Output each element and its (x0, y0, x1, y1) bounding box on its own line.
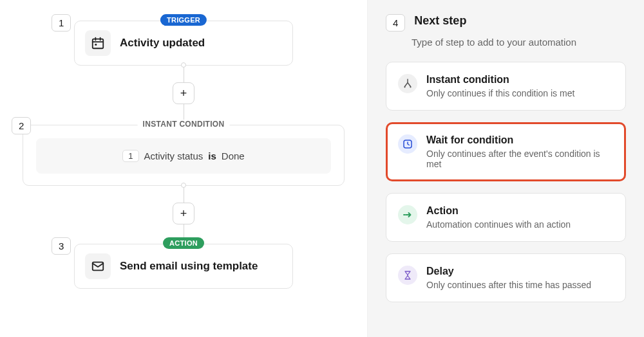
option-title: Action (426, 205, 614, 217)
panel-title: Next step (414, 14, 466, 28)
condition-rule[interactable]: 1 Activity status is Done (36, 138, 331, 174)
option-desc: Automation continues with an action (426, 219, 614, 230)
condition-operator: is (208, 150, 216, 161)
hourglass-icon (398, 266, 417, 285)
condition-index: 1 (122, 150, 138, 162)
option-desc: Only continues after this time has passe… (426, 280, 614, 290)
action-title: Send email using template (120, 260, 258, 273)
step-number-1: 1 (52, 14, 71, 32)
svg-point-3 (404, 86, 405, 87)
calendar-icon (85, 30, 111, 56)
automation-canvas: 1 TRIGGER Activity updated + 2 (0, 0, 367, 337)
clock-icon (398, 134, 417, 154)
action-pill: ACTION (163, 237, 204, 249)
option-delay[interactable]: Delay Only continues after this time has… (386, 253, 626, 302)
option-desc: Only continues if this condition is met (426, 88, 614, 98)
instant-condition-label: INSTANT CONDITION (138, 120, 230, 129)
condition-field: Activity status (144, 150, 204, 161)
panel-step-number: 4 (386, 14, 405, 32)
add-step-button-2[interactable]: + (173, 203, 194, 224)
split-icon (398, 74, 417, 93)
svg-point-4 (410, 86, 411, 87)
condition-value: Done (222, 150, 245, 161)
option-title: Delay (426, 266, 614, 277)
step-number-2: 2 (12, 117, 31, 134)
panel-subtitle: Type of step to add to your automation (412, 37, 626, 48)
option-action[interactable]: Action Automation continues with an acti… (386, 193, 626, 242)
trigger-title: Activity updated (120, 37, 205, 50)
trigger-pill: TRIGGER (160, 14, 207, 26)
option-title: Wait for condition (426, 134, 614, 146)
trigger-card[interactable]: TRIGGER Activity updated (74, 21, 293, 66)
option-wait-for-condition[interactable]: Wait for condition Only continues after … (386, 122, 626, 181)
add-step-button-1[interactable]: + (173, 82, 194, 104)
option-title: Instant condition (426, 74, 614, 86)
svg-rect-1 (95, 44, 97, 46)
instant-condition-card[interactable]: INSTANT CONDITION 1 Activity status is D… (23, 125, 345, 186)
step-number-3: 3 (52, 237, 71, 255)
next-step-panel: 4 Next step Type of step to add to your … (367, 0, 644, 337)
svg-rect-0 (93, 39, 104, 49)
mail-icon (85, 253, 111, 279)
action-card[interactable]: ACTION Send email using template (74, 244, 293, 289)
option-instant-condition[interactable]: Instant condition Only continues if this… (386, 62, 626, 111)
option-desc: Only continues after the event's conditi… (426, 149, 614, 169)
arrow-right-icon (398, 205, 417, 224)
